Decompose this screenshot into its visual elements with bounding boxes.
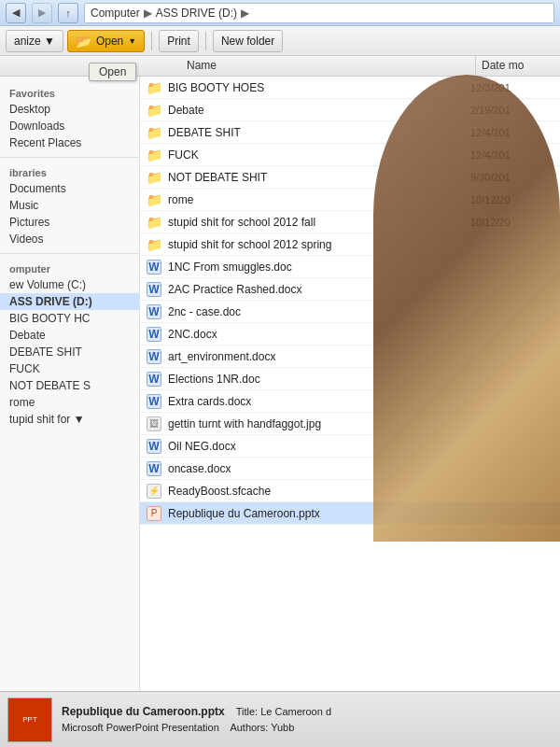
jpg-icon: 🖼 xyxy=(146,416,162,432)
breadcrumb-sep1: ▶ xyxy=(144,7,152,20)
status-bar: PPT Republique du Cameroon.pptx Title: L… xyxy=(0,691,560,747)
print-label: Print xyxy=(167,35,190,48)
sidebar-item-rome[interactable]: rome xyxy=(0,394,139,411)
new-folder-button[interactable]: New folder xyxy=(213,30,283,52)
folder-icon: 📁 xyxy=(146,102,162,119)
breadcrumb-computer: Computer xyxy=(91,7,140,20)
toolbar-separator xyxy=(151,32,152,50)
toolbar-separator2 xyxy=(205,32,206,50)
sidebar-item-recent-places[interactable]: Recent Places xyxy=(0,134,139,151)
address-bar[interactable]: Computer ▶ ASS DRIVE (D:) ▶ xyxy=(84,3,554,23)
open-button[interactable]: 📂 Open ▼ xyxy=(67,30,145,52)
sidebar-item-c[interactable]: ew Volume (C:) xyxy=(0,276,139,293)
word-icon: W xyxy=(146,326,162,343)
folder-icon: 📁 xyxy=(146,169,162,186)
toolbar: anize ▼ 📂 Open ▼ Print New folder xyxy=(0,26,560,56)
folder-icon: 📁 xyxy=(146,147,162,163)
status-type: Microsoft PowerPoint Presentation xyxy=(62,722,219,733)
pptx-icon: P xyxy=(146,505,162,522)
sidebar-item-bbh[interactable]: BIG BOOTY HC xyxy=(0,310,139,327)
sidebar-item-desktop[interactable]: Desktop xyxy=(0,101,139,118)
sidebar-item-debate[interactable]: Debate xyxy=(0,327,139,344)
folder-icon: 📁 xyxy=(146,79,162,96)
column-date-header[interactable]: Date mo xyxy=(476,56,560,76)
folder-icon: 📁 xyxy=(146,191,162,208)
title-bar: ◀ ▶ ↑ Computer ▶ ASS DRIVE (D:) ▶ xyxy=(0,0,560,26)
word-icon: W xyxy=(146,438,162,455)
organize-button[interactable]: anize ▼ xyxy=(6,30,63,52)
open-tooltip: Open xyxy=(89,63,136,81)
status-title-value: Le Cameroon d xyxy=(260,706,331,717)
sidebar-item-fuck[interactable]: FUCK xyxy=(0,360,139,377)
column-headers: Name Date mo xyxy=(0,56,560,77)
favorites-header: Favorites xyxy=(0,84,139,101)
folder-icon: 📁 xyxy=(146,214,162,231)
folder-icon: 📁 xyxy=(146,236,162,253)
new-folder-label: New folder xyxy=(221,35,274,48)
word-icon: W xyxy=(146,393,162,410)
word-icon: W xyxy=(146,348,162,365)
sidebar-item-not-debate[interactable]: NOT DEBATE S xyxy=(0,377,139,394)
sidebar-item-assdrive[interactable]: ASS DRIVE (D:) xyxy=(0,293,139,310)
status-authors-label: Authors: xyxy=(230,722,268,733)
column-name-header[interactable]: Name xyxy=(0,56,476,76)
folder-icon: 📁 xyxy=(146,124,162,141)
sidebar-divider1 xyxy=(0,157,139,158)
breadcrumb-sep2: ▶ xyxy=(241,7,249,20)
print-button[interactable]: Print xyxy=(159,30,199,52)
sidebar-item-stupid[interactable]: tupid shit for ▼ xyxy=(0,411,139,428)
sfcache-icon: ⚡ xyxy=(146,483,162,500)
word-icon: W xyxy=(146,460,162,477)
word-icon: W xyxy=(146,281,162,298)
status-filename: Republique du Cameroon.pptx xyxy=(62,705,225,718)
word-icon: W xyxy=(146,303,162,320)
sidebar-item-debate-shit[interactable]: DEBATE SHIT xyxy=(0,344,139,360)
word-icon: W xyxy=(146,371,162,388)
organize-label: anize ▼ xyxy=(14,35,55,48)
status-authors-value: Yubb xyxy=(271,722,294,733)
sidebar-item-documents[interactable]: Documents xyxy=(0,180,139,197)
sidebar-item-music[interactable]: Music xyxy=(0,197,139,214)
status-info: Republique du Cameroon.pptx Title: Le Ca… xyxy=(62,703,553,736)
sidebar-item-pictures[interactable]: Pictures xyxy=(0,214,139,231)
sidebar-divider2 xyxy=(0,253,139,254)
person-silhouette xyxy=(373,75,560,542)
breadcrumb-drive: ASS DRIVE (D:) xyxy=(156,7,237,20)
open-dropdown-arrow: ▼ xyxy=(128,36,136,46)
libraries-header: ibraries xyxy=(0,163,139,180)
back-button[interactable]: ◀ xyxy=(6,3,26,23)
open-icon: 📂 xyxy=(76,34,91,49)
file-thumbnail: PPT xyxy=(7,698,52,742)
computer-header: omputer xyxy=(0,260,139,276)
word-icon: W xyxy=(146,259,162,275)
sidebar: Favorites Desktop Downloads Recent Place… xyxy=(0,77,140,691)
sidebar-item-videos[interactable]: Videos xyxy=(0,231,139,247)
open-label: Open xyxy=(96,35,123,48)
up-button[interactable]: ↑ xyxy=(58,3,78,23)
status-title-label: Title: xyxy=(236,706,258,717)
forward-button[interactable]: ▶ xyxy=(32,3,52,23)
sidebar-item-downloads[interactable]: Downloads xyxy=(0,118,139,134)
